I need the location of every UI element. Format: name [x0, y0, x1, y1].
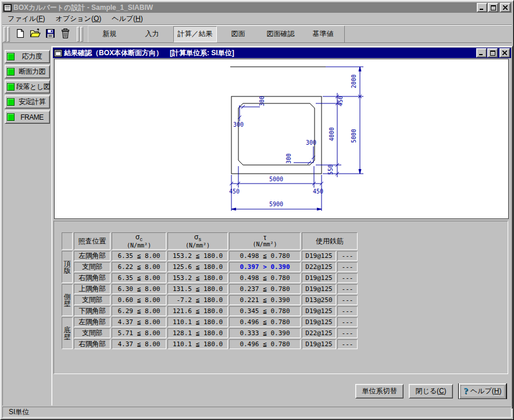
sigma-s-cell: 110.1≦180.0: [167, 339, 228, 349]
child-minimize-button[interactable]: [476, 48, 487, 58]
menu-item-o[interactable]: オプション(O): [50, 13, 106, 25]
status-indicator: [7, 83, 15, 91]
sidebar-button-FRAME[interactable]: FRAME: [5, 110, 50, 124]
note-cell: ---: [337, 273, 358, 283]
tau-cell: 0.221≦0.390: [229, 295, 301, 305]
open-folder-button[interactable]: [28, 27, 42, 41]
check-position-cell: 支間部: [74, 295, 110, 305]
section-drawing-canvas: 450 4000 550 2000 5000 5000 450 450 5900…: [54, 59, 509, 219]
menu-item-f[interactable]: ファイル(F): [2, 13, 50, 25]
sidebar-button-label: FRAME: [16, 113, 48, 121]
sigma-c-cell: 0.60≦8.00: [112, 295, 166, 305]
tau-cell: 0.397>0.390: [229, 262, 301, 272]
sigma-c-cell: 6.35≦8.00: [112, 273, 166, 283]
main-titlebar: BOXカルバートの設計 - Sample_1_SIABIW: [2, 2, 512, 13]
sigma-c-cell: 6.22≦8.00: [112, 262, 166, 272]
statusbar: SI単位: [2, 405, 512, 418]
sigma-s-cell: 121.6≦180.0: [167, 306, 228, 316]
dim-bottom-slab: 550: [327, 164, 334, 175]
note-cell: ---: [337, 295, 358, 305]
sigma-s-cell: 153.2≦180.0: [167, 273, 228, 283]
sidebar-button-label: 安定計算: [16, 97, 48, 107]
header-sigma-s: σs (N/mm²): [167, 232, 228, 250]
maximize-icon: [491, 5, 496, 10]
toolbar-tab-新規[interactable]: 新規: [88, 26, 131, 42]
header-tau: τ (N/mm²): [229, 232, 301, 250]
toolbar-grip[interactable]: [77, 27, 80, 42]
check-position-cell: 右隅角部: [74, 339, 110, 349]
sidebar-button-断面力図[interactable]: 断面力図: [5, 65, 50, 78]
main-window: BOXカルバートの設計 - Sample_1_SIABIW ファイル(F)オプシ…: [0, 0, 514, 420]
note-cell: ---: [337, 328, 358, 338]
dim-inner-height: 4000: [329, 127, 335, 141]
sidebar-button-label: 段落とし図: [16, 82, 50, 92]
note-cell: ---: [337, 317, 358, 327]
status-indicator: [7, 98, 15, 106]
sigma-c-cell: 6.35≦8.00: [112, 251, 166, 261]
sidebar-button-応力度[interactable]: 応力度: [5, 50, 50, 63]
note-cell: ---: [337, 284, 358, 294]
sigma-s-cell: 153.2≦180.0: [167, 251, 228, 261]
toolbar-tab-図面確認[interactable]: 図面確認: [259, 26, 302, 42]
dim-right-wall: 450: [313, 188, 323, 195]
minimize-button[interactable]: [477, 3, 487, 12]
sidebar-button-段落とし図[interactable]: 段落とし図: [5, 80, 50, 94]
header-position: 照査位置: [74, 232, 110, 250]
note-cell: ---: [337, 306, 358, 316]
results-panel: 照査位置 σc (N/mm²) σs (N/mm²) τ (N/mm²): [53, 221, 508, 374]
toolbar-grip[interactable]: [3, 27, 6, 42]
check-position-cell: 左隅角部: [74, 251, 110, 261]
client-area: 応力度断面力図段落とし図安定計算FRAME 結果確認（BOX本体断面方向） [計…: [2, 42, 512, 405]
toolbar-tab-基準値[interactable]: 基準値: [302, 26, 344, 42]
tau-cell: 0.496≦0.780: [229, 317, 301, 327]
tau-cell: 0.333≦0.390: [229, 328, 301, 338]
toolbar-tab-計算／結果[interactable]: 計算／結果: [173, 26, 217, 42]
results-window: 結果確認（BOX本体断面方向） [計算単位系: SI単位]: [51, 46, 513, 408]
tau-cell: 0.496≦0.780: [229, 339, 301, 349]
box-section-drawing: 450 4000 550 2000 5000 5000 450 450 5900…: [55, 59, 508, 218]
child-window-icon: [54, 49, 62, 57]
dimension-labels: 450 4000 550 2000 5000 5000 450 450 5900…: [229, 74, 357, 207]
close-dialog-button[interactable]: 閉じる(C): [409, 384, 453, 399]
dimension-lines: [230, 67, 363, 211]
unit-system-status: SI単位: [9, 407, 29, 417]
close-button[interactable]: [500, 3, 511, 12]
sigma-c-cell: 5.71≦8.00: [112, 328, 166, 338]
toolbar-grip[interactable]: [80, 27, 83, 42]
open-folder-icon: [30, 28, 41, 40]
minimize-icon: [479, 51, 484, 55]
save-button[interactable]: [43, 27, 57, 41]
child-maximize-button[interactable]: [487, 48, 498, 58]
sigma-c-cell: 4.37≦8.00: [112, 317, 166, 327]
new-file-button[interactable]: [13, 27, 27, 41]
sigma-s-cell: 110.1≦180.0: [167, 317, 228, 327]
sidebar: 応力度断面力図段落とし図安定計算FRAME: [5, 50, 50, 125]
sidebar-button-label: 応力度: [16, 52, 48, 62]
child-close-button[interactable]: [499, 48, 510, 58]
dim-ground-offset: 2000: [351, 74, 357, 88]
menu-item-h[interactable]: ヘルプ(H): [106, 13, 148, 25]
close-icon: [502, 51, 507, 55]
rebar-cell: D19@125: [302, 284, 336, 294]
footer-buttons: 単位系切替 閉じる(C) ? ヘルプ(H): [355, 383, 507, 399]
toolbar-tab-入力[interactable]: 入力: [131, 26, 173, 42]
sigma-s-cell: 125.6≦180.0: [167, 262, 228, 272]
row-group-側壁: 側壁: [62, 284, 73, 316]
child-titlebar: 結果確認（BOX本体断面方向） [計算単位系: SI単位]: [53, 48, 511, 58]
unit-system-switch-button[interactable]: 単位系切替: [355, 384, 404, 399]
dim-total-width: 5900: [269, 201, 283, 207]
delete-button[interactable]: [58, 27, 72, 41]
tau-cell: 0.237≦0.780: [229, 284, 301, 294]
check-position-cell: 右隅角部: [74, 273, 110, 283]
sidebar-button-安定計算[interactable]: 安定計算: [5, 95, 50, 109]
rebar-cell: D19@125: [302, 339, 336, 349]
sigma-s-cell: -7.2≦180.0: [167, 295, 228, 305]
toolbar-tab-図面[interactable]: 図面: [217, 26, 259, 42]
sigma-c-cell: 4.37≦8.00: [112, 339, 166, 349]
help-button[interactable]: ? ヘルプ(H): [458, 383, 507, 399]
maximize-button[interactable]: [488, 3, 498, 12]
menubar: ファイル(F)オプション(O)ヘルプ(H): [2, 13, 512, 24]
results-table: 照査位置 σc (N/mm²) σs (N/mm²) τ (N/mm²): [62, 232, 358, 349]
status-indicator: [7, 113, 15, 121]
toolbar-grip[interactable]: [7, 27, 10, 42]
